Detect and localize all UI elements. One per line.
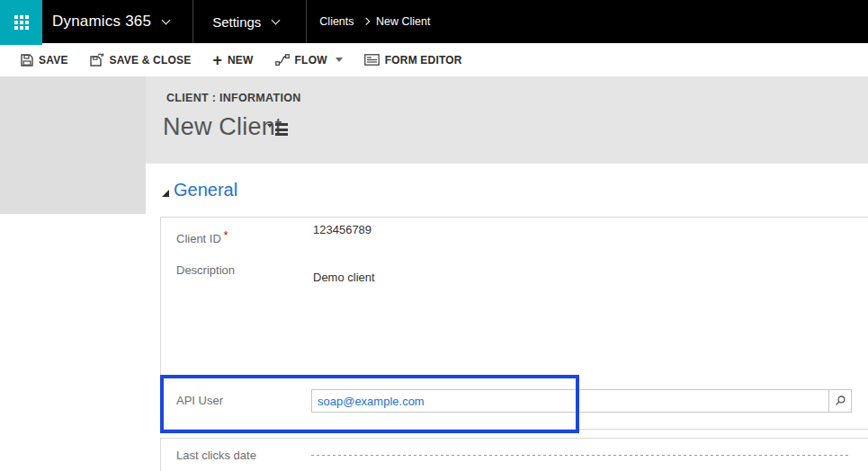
flow-icon xyxy=(275,54,290,66)
app-launcher-button[interactable] xyxy=(0,0,42,45)
save-and-close-icon xyxy=(90,53,104,67)
save-button[interactable]: SAVE xyxy=(21,54,68,67)
magnifier-icon xyxy=(834,395,846,407)
section-title-general[interactable]: General xyxy=(174,180,237,200)
entity-caption: CLIENT : INFORMATION xyxy=(166,92,301,104)
save-and-close-button[interactable]: SAVE & CLOSE xyxy=(90,53,192,67)
chevron-down-icon[interactable] xyxy=(162,16,171,25)
breadcrumb-new-client[interactable]: New Client xyxy=(376,15,430,28)
record-title: New Client xyxy=(163,113,282,141)
breadcrumb-clients[interactable]: Clients xyxy=(319,15,353,28)
field-group-dates: Last clicks date xyxy=(160,438,868,471)
command-bar: SAVE SAVE & CLOSE + NEW xyxy=(0,43,868,76)
dynamics-365-window: Dynamics 365 Settings Clients New Client… xyxy=(0,0,868,471)
form-editor-button[interactable]: FORM EDITOR xyxy=(364,54,462,67)
chevron-right-icon xyxy=(362,18,369,25)
lookup-search-button[interactable] xyxy=(828,390,851,412)
divider xyxy=(306,0,307,43)
last-clicks-date-empty-value[interactable] xyxy=(311,455,851,456)
api-user-label: API User xyxy=(176,394,223,407)
description-label: Description xyxy=(176,263,235,277)
description-value[interactable]: Demo client xyxy=(313,271,375,284)
required-asterisk: * xyxy=(224,229,228,242)
waffle-icon xyxy=(14,15,29,30)
caret-down-icon xyxy=(267,124,273,128)
field-group-general: Client ID* 123456789 Description Demo cl… xyxy=(160,217,868,430)
divider xyxy=(192,0,193,43)
top-nav-bar: Dynamics 365 Settings Clients New Client xyxy=(0,0,868,43)
new-button[interactable]: + NEW xyxy=(212,54,253,67)
area-menu-settings[interactable]: Settings xyxy=(212,14,261,30)
api-user-value[interactable]: soap@example.com xyxy=(312,390,828,412)
client-id-label: Client ID* xyxy=(176,229,228,245)
section-collapse-icon[interactable] xyxy=(162,190,169,197)
client-id-value[interactable]: 123456789 xyxy=(313,223,371,236)
dropdown-caret-icon xyxy=(336,58,343,62)
brand-menu[interactable]: Dynamics 365 xyxy=(52,13,151,31)
left-panel-background xyxy=(0,76,146,214)
last-clicks-date-label: Last clicks date xyxy=(176,449,256,462)
api-user-lookup-field[interactable]: soap@example.com xyxy=(311,389,852,413)
form-editor-icon xyxy=(364,54,380,66)
hamburger-icon xyxy=(275,123,288,138)
save-icon xyxy=(21,54,33,67)
breadcrumb: Clients New Client xyxy=(319,15,430,28)
form-selector-button[interactable] xyxy=(267,123,288,138)
chevron-down-icon[interactable] xyxy=(272,16,281,25)
flow-button[interactable]: FLOW xyxy=(275,54,343,67)
plus-icon: + xyxy=(212,54,222,67)
